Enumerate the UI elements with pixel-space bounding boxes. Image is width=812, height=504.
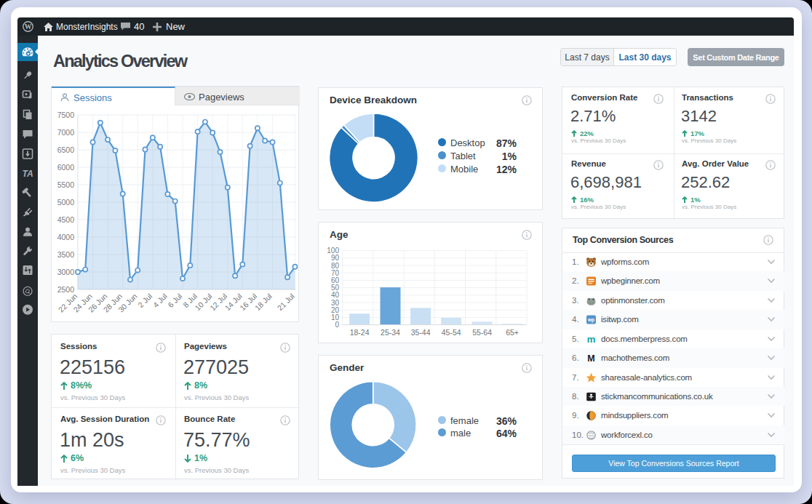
svg-text:70: 70	[331, 269, 340, 277]
svg-text:W: W	[25, 23, 32, 31]
svg-text:4500: 4500	[57, 215, 75, 224]
svg-text:60: 60	[331, 276, 340, 284]
svg-text:20: 20	[331, 306, 340, 314]
svg-text:3000: 3000	[57, 268, 75, 276]
svg-text:wp: wp	[587, 318, 594, 324]
svg-text:2 Jul: 2 Jul	[136, 292, 154, 309]
svg-text:4 Jul: 4 Jul	[151, 292, 169, 309]
svg-text:7000: 7000	[57, 128, 75, 137]
svg-text:80: 80	[331, 262, 340, 270]
svg-text:6 Jul: 6 Jul	[166, 292, 183, 309]
svg-text:100: 100	[327, 247, 339, 255]
svg-text:25-34: 25-34	[381, 328, 400, 337]
svg-text:3500: 3500	[57, 250, 75, 259]
svg-text:6500: 6500	[57, 145, 75, 154]
svg-text:65+: 65+	[506, 328, 519, 337]
svg-text:7500: 7500	[57, 111, 75, 119]
svg-text:5500: 5500	[57, 180, 75, 189]
svg-text:4000: 4000	[57, 233, 75, 241]
svg-text:45-54: 45-54	[442, 328, 461, 337]
svg-text:TA: TA	[22, 169, 33, 179]
svg-text:5000: 5000	[57, 198, 75, 207]
svg-text:21 Jul: 21 Jul	[276, 292, 296, 312]
svg-text:35-44: 35-44	[411, 328, 431, 337]
svg-text:m: m	[587, 334, 596, 345]
svg-text:55-64: 55-64	[472, 328, 492, 337]
svg-text:50: 50	[331, 284, 340, 292]
svg-text:30: 30	[331, 299, 340, 307]
svg-text:0: 0	[335, 321, 339, 329]
svg-text:6000: 6000	[57, 163, 75, 172]
svg-text:18 Jul: 18 Jul	[253, 292, 274, 312]
svg-text:10: 10	[331, 313, 340, 321]
svg-text:90: 90	[331, 254, 340, 262]
svg-text:40: 40	[331, 291, 340, 299]
svg-text:18-24: 18-24	[350, 328, 370, 337]
svg-text:M: M	[587, 353, 594, 364]
